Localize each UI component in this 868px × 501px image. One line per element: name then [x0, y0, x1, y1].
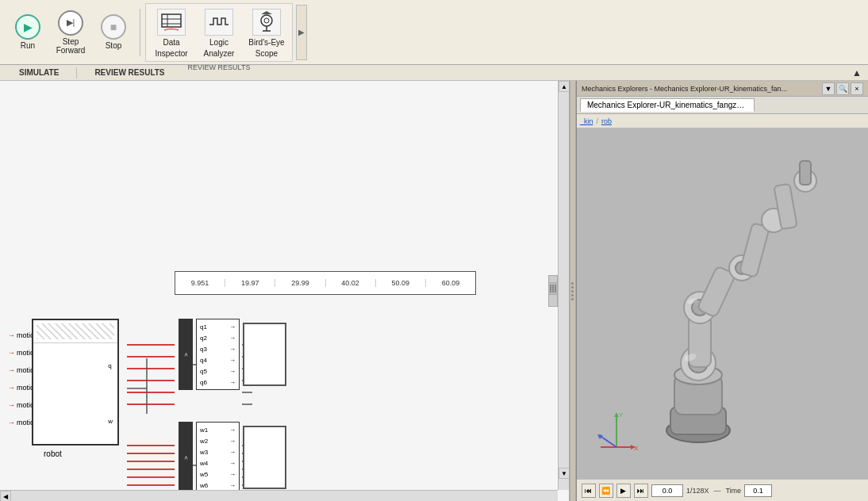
svg-rect-49	[739, 223, 770, 277]
tick-6: 60.09	[426, 279, 475, 287]
q-mux-block[interactable]: >	[179, 319, 193, 390]
q-ports-block[interactable]: q1 → q2 → q3 → q4 → q5 →	[196, 319, 240, 390]
run-button[interactable]: ▶ Run	[6, 5, 49, 60]
tick-5: 50.09	[376, 279, 426, 287]
q5-port: q5 →	[200, 368, 236, 375]
robot-block[interactable]: q w	[32, 319, 119, 446]
panel-close-button[interactable]: ×	[851, 82, 863, 95]
w1-port: w1 →	[200, 426, 236, 434]
panel-search-button[interactable]: 🔍	[836, 82, 849, 95]
q3-port: q3 →	[200, 346, 236, 353]
h-split-handle[interactable]	[548, 282, 558, 295]
svg-text:X: X	[634, 445, 639, 452]
section-review-results[interactable]: REVIEW RESULTS	[82, 68, 177, 77]
data-inspector-icon	[157, 9, 186, 36]
v-split-handle[interactable]	[570, 81, 576, 501]
birds-eye-scope-icon	[252, 9, 281, 36]
nav-link-1[interactable]: _kin	[580, 117, 593, 125]
w-block-group: > w1 → w2 → w3 → w4 →	[179, 422, 286, 493]
playback-speed-label: 1/128X	[686, 487, 709, 495]
playback-rewind-button[interactable]: ⏪	[599, 484, 613, 498]
logic-analyzer-button[interactable]: Logic Analyzer	[195, 6, 243, 61]
tick-1: 9.951	[175, 279, 225, 287]
data-inspector-line1: Data	[163, 38, 179, 47]
q-output-box[interactable]	[243, 323, 286, 386]
viewport-3d[interactable]: Y X	[577, 128, 868, 479]
playback-bar: ⏮ ⏪ ▶ ⏭ 1/128X — Time	[577, 479, 868, 501]
robot-label: robot	[44, 449, 62, 458]
playback-time-label: Time	[725, 487, 741, 495]
robot-block-label	[33, 320, 117, 343]
logic-analyzer-line2: Analyzer	[204, 49, 235, 58]
mechanics-explorer-tab[interactable]: Mechanics Explorer-UR_kinematics_fangzhe…	[580, 98, 755, 112]
tab-label: Mechanics Explorer-UR_kinematics_fangzhe…	[587, 101, 750, 109]
data-inspector-button[interactable]: Data Inspector	[148, 6, 195, 61]
stop-icon: ■	[101, 14, 126, 40]
playback-skip-back-button[interactable]: ⏮	[582, 484, 596, 498]
nav-link-2[interactable]: rob	[601, 117, 612, 125]
q4-port: q4 →	[200, 357, 236, 364]
canvas-area[interactable]: 9.951 19.97 29.99 40.02 50.09 60.09 → mo…	[0, 81, 570, 501]
right-panel-window-title: Mechanics Explorers - Mechanics Explorer…	[582, 85, 822, 93]
logic-analyzer-icon	[205, 9, 233, 36]
toolbar-divider-1	[140, 9, 140, 56]
panel-dropdown-button[interactable]: ▼	[822, 82, 835, 95]
svg-rect-53	[800, 161, 811, 185]
svg-line-62	[599, 435, 616, 447]
svg-rect-0	[162, 14, 181, 27]
q6-port: q6 →	[200, 379, 236, 386]
playback-time-display[interactable]	[744, 484, 772, 497]
scroll-down-arrow[interactable]: ▼	[559, 468, 570, 479]
q-block-group: > q1 → q2 → q3 → q4 →	[179, 319, 286, 390]
birds-eye-line1: Bird's-Eye	[248, 38, 284, 47]
timeline-bar: 9.951 19.97 29.99 40.02 50.09 60.09	[175, 271, 476, 295]
svg-marker-8	[261, 11, 272, 14]
section-bar: SIMULATE REVIEW RESULTS ▲	[0, 65, 868, 81]
stop-label: Stop	[106, 41, 122, 50]
main-area: 9.951 19.97 29.99 40.02 50.09 60.09 → mo…	[0, 81, 868, 501]
w2-port: w2 →	[200, 438, 236, 445]
section-bar-collapse-icon[interactable]: ▲	[852, 67, 862, 78]
canvas-scrollbar-h[interactable]: ◀ ▶	[0, 490, 558, 501]
stop-button[interactable]: ■ Stop	[92, 5, 135, 60]
toolbar-collapse-button[interactable]: ▶	[296, 5, 307, 60]
w4-port: w4 →	[200, 460, 236, 467]
svg-point-4	[261, 15, 272, 26]
scroll-up-arrow[interactable]: ▲	[559, 81, 570, 92]
step-forward-button[interactable]: ▶| StepForward	[49, 5, 92, 60]
run-icon: ▶	[15, 14, 40, 40]
playback-step-button[interactable]: ⏭	[634, 484, 648, 498]
right-panel: Mechanics Explorers - Mechanics Explorer…	[576, 81, 868, 501]
tick-4: 40.02	[326, 279, 376, 287]
robot-block-ports: q w	[33, 343, 117, 444]
right-panel-tab-bar: Mechanics Explorer-UR_kinematics_fangzhe…	[577, 97, 868, 114]
w6-port: w6 →	[200, 482, 236, 489]
tick-2: 19.97	[225, 279, 275, 287]
step-forward-label: StepForward	[56, 37, 86, 55]
section-simulate[interactable]: SIMULATE	[6, 68, 71, 77]
birds-eye-scope-button[interactable]: Bird's-Eye Scope	[243, 6, 290, 61]
svg-point-5	[264, 18, 269, 23]
playback-separator: —	[713, 487, 720, 495]
right-panel-title-bar: Mechanics Explorers - Mechanics Explorer…	[577, 81, 868, 97]
playback-time-input[interactable]	[651, 484, 683, 497]
q2-port: q2 →	[200, 335, 236, 342]
nav-separator: /	[596, 117, 598, 125]
canvas-scrollbar-v[interactable]: ▲ ▼	[558, 81, 569, 490]
w5-port: w5 →	[200, 471, 236, 478]
svg-text:Y: Y	[619, 411, 624, 419]
birds-eye-line2: Scope	[255, 49, 278, 58]
tick-3: 29.99	[275, 279, 325, 287]
review-results-group: Data Inspector Logic Analyzer	[148, 6, 290, 61]
w-mux-block[interactable]: >	[179, 422, 193, 493]
q1-port: q1 →	[200, 323, 236, 331]
right-panel-nav: _kin / rob	[577, 114, 868, 128]
w-output-box[interactable]	[243, 426, 286, 489]
scroll-left-arrow[interactable]: ◀	[0, 491, 11, 501]
split-dots	[571, 282, 574, 300]
w3-port: w3 →	[200, 449, 236, 456]
toolbar: ▶ Run ▶| StepForward ■ Stop	[0, 0, 868, 65]
data-inspector-line2: Inspector	[155, 49, 187, 58]
playback-play-button[interactable]: ▶	[616, 484, 631, 498]
w-ports-block[interactable]: w1 → w2 → w3 → w4 → w5 →	[196, 422, 240, 493]
